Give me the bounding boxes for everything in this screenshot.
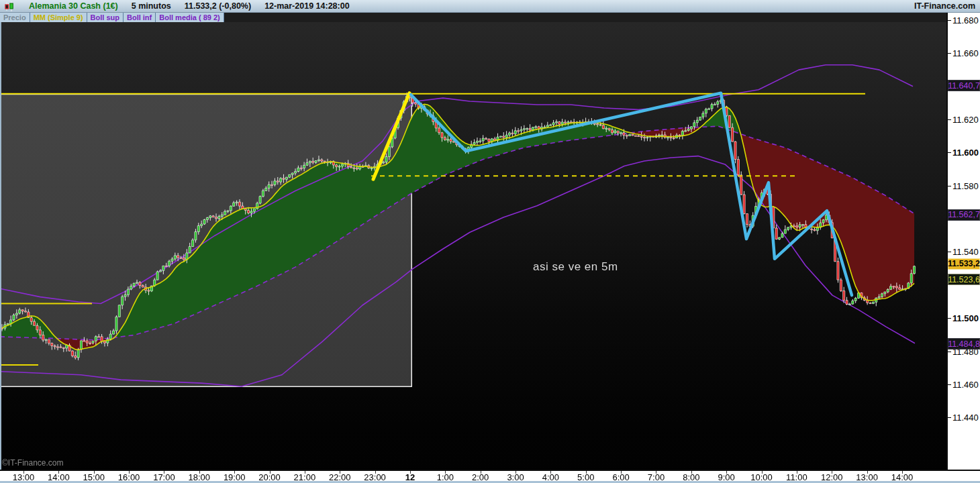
time-label: 3:00 — [507, 472, 524, 482]
price-tick: 11.500 — [948, 313, 979, 324]
time-label: 19:00 — [224, 472, 246, 482]
axis-tick-dash — [948, 119, 951, 120]
price-tick: 11.680 — [948, 15, 979, 25]
time-label: 13:00 — [856, 472, 878, 482]
drawn-note-text[interactable]: asi se ve en 5m — [533, 260, 618, 274]
axis-tick-dash — [948, 352, 951, 352]
time-label: 15:00 — [83, 472, 105, 482]
time-label: 5:00 — [577, 472, 594, 482]
time-label: 13:00 — [13, 472, 35, 482]
time-label: 7:00 — [648, 472, 665, 482]
datetime-label: 12-mar-2019 14:28:00 — [264, 1, 349, 11]
price-tick: 11.440 — [948, 413, 979, 423]
price-tick: 11.660 — [948, 48, 979, 58]
axis-tick-dash — [948, 384, 951, 385]
time-label: 20:00 — [258, 472, 281, 482]
time-label: 12:00 — [821, 472, 843, 482]
time-label: 4:00 — [542, 472, 559, 482]
time-label: 14:00 — [891, 472, 914, 482]
time-label: 9:00 — [718, 472, 735, 482]
time-label: 1:00 — [437, 472, 454, 482]
indicator-chip-2[interactable]: Boll sup — [87, 13, 124, 22]
price-axis[interactable]: 11.68011.66011.62011.60011.58011.54011.5… — [946, 13, 980, 470]
time-label: 17:00 — [153, 472, 175, 482]
time-label: 12 — [405, 472, 415, 482]
timeframe-label[interactable]: 5 minutos — [132, 1, 171, 11]
time-label: 18:00 — [189, 472, 211, 482]
time-axis[interactable]: 13:0014:0015:0016:0017:0018:0019:0020:00… — [0, 470, 980, 483]
price-tick: 11.460 — [948, 380, 979, 390]
axis-tick-dash — [948, 318, 951, 319]
price-tick: 11.600 — [948, 148, 979, 158]
time-label: 14:00 — [48, 472, 70, 482]
time-label: 6:00 — [612, 472, 629, 482]
price-marker-purple: 11.484,8 — [948, 338, 980, 350]
time-label: 23:00 — [364, 472, 386, 482]
indicator-bar: PrecioMM (Simple 9)Boll supBoll infBoll … — [0, 13, 946, 22]
chart-area: asi se ve en 5m ©IT-Finance.com — [0, 22, 946, 470]
price-marker-purple: 11.640,7 — [948, 80, 980, 91]
axis-tick-dash — [948, 152, 951, 153]
window-left-border — [0, 22, 1, 470]
watermark: ©IT-Finance.com — [2, 458, 64, 468]
indicator-chip-4[interactable]: Boll media ( 89 2) — [156, 13, 224, 22]
price-tick: 11.620 — [948, 114, 979, 125]
time-label: 21:00 — [294, 472, 316, 482]
brand-label: IT-Finance.com — [914, 1, 975, 11]
time-label: 16:00 — [118, 472, 140, 482]
price-marker-close: 11.523,6 — [948, 274, 980, 285]
axis-tick-dash — [948, 417, 951, 418]
price-marker-purple: 11.562,7 — [948, 209, 980, 221]
time-label: 8:00 — [683, 472, 699, 482]
chart-canvas[interactable] — [0, 22, 946, 470]
time-label: 10:00 — [750, 472, 773, 482]
axis-tick-dash — [948, 252, 951, 252]
title-bar: Alemania 30 Cash (1€) 5 minutos 11.533,2… — [0, 0, 980, 13]
indicator-chip-0[interactable]: Precio — [0, 13, 30, 22]
chart-window: Alemania 30 Cash (1€) 5 minutos 11.533,2… — [0, 0, 980, 483]
last-price-change: 11.533,2 (-0,80%) — [185, 1, 251, 11]
indicator-chip-1[interactable]: MM (Simple 9) — [30, 13, 87, 22]
time-label: 2:00 — [472, 472, 489, 482]
time-label: 11:00 — [786, 472, 807, 482]
candlestick-icon — [3, 1, 15, 11]
instrument-name[interactable]: Alemania 30 Cash (1€) — [29, 1, 118, 11]
price-tick: 11.540 — [948, 247, 979, 258]
time-label: 22:00 — [329, 472, 351, 482]
axis-tick-dash — [948, 186, 951, 186]
price-tick: 11.580 — [948, 180, 979, 191]
price-marker-last: 11.533,2 — [948, 258, 980, 270]
indicator-chip-3[interactable]: Boll inf — [124, 13, 156, 22]
axis-tick-dash — [948, 20, 951, 21]
axis-tick-dash — [948, 53, 951, 54]
